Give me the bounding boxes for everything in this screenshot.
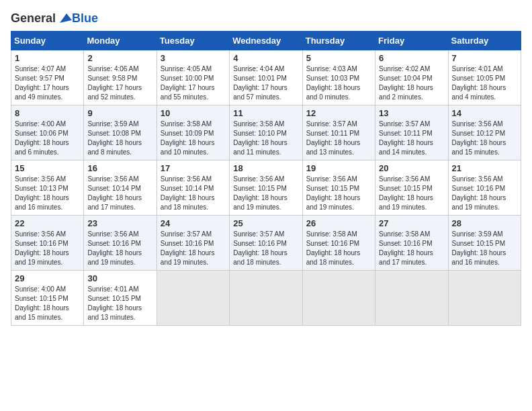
day-info: Sunrise: 3:59 AMSunset: 10:15 PMDaylight… <box>452 230 517 267</box>
day-number: 7 <box>452 53 517 63</box>
calendar-cell: 30Sunrise: 4:01 AMSunset: 10:15 PMDaylig… <box>84 271 157 326</box>
day-info: Sunrise: 3:56 AMSunset: 10:12 PMDaylight… <box>452 120 517 157</box>
day-number: 24 <box>161 218 226 228</box>
weekday-header-saturday: Saturday <box>448 32 521 50</box>
day-number: 16 <box>87 163 152 173</box>
calendar-cell <box>230 271 302 326</box>
day-number: 18 <box>233 163 298 173</box>
day-number: 4 <box>233 53 298 63</box>
day-info: Sunrise: 3:56 AMSunset: 10:14 PMDaylight… <box>161 175 226 212</box>
calendar-cell <box>302 271 375 326</box>
weekday-header-wednesday: Wednesday <box>230 32 302 50</box>
calendar-cell: 10Sunrise: 3:58 AMSunset: 10:09 PMDaylig… <box>157 105 229 161</box>
calendar-cell: 6Sunrise: 4:02 AMSunset: 10:04 PMDayligh… <box>375 50 448 105</box>
calendar-cell: 12Sunrise: 3:57 AMSunset: 10:11 PMDaylig… <box>302 105 375 161</box>
day-info: Sunrise: 3:57 AMSunset: 10:16 PMDaylight… <box>161 230 226 267</box>
logo-icon <box>57 11 72 26</box>
day-number: 2 <box>87 53 152 63</box>
day-number: 14 <box>452 108 517 118</box>
day-info: Sunrise: 4:01 AMSunset: 10:05 PMDaylight… <box>452 64 517 102</box>
day-info: Sunrise: 4:03 AMSunset: 10:03 PMDaylight… <box>306 64 371 102</box>
weekday-header-row: SundayMondayTuesdayWednesdayThursdayFrid… <box>11 32 521 50</box>
day-number: 30 <box>87 273 152 283</box>
day-number: 21 <box>452 163 517 173</box>
calendar: SundayMondayTuesdayWednesdayThursdayFrid… <box>11 31 521 326</box>
day-info: Sunrise: 3:58 AMSunset: 10:16 PMDaylight… <box>306 230 371 267</box>
day-info: Sunrise: 3:56 AMSunset: 10:13 PMDaylight… <box>15 175 80 212</box>
day-info: Sunrise: 3:56 AMSunset: 10:15 PMDaylight… <box>306 175 371 212</box>
day-info: Sunrise: 3:56 AMSunset: 10:16 PMDaylight… <box>15 230 80 267</box>
svg-marker-0 <box>60 13 72 23</box>
day-info: Sunrise: 3:56 AMSunset: 10:16 PMDaylight… <box>452 175 517 212</box>
day-info: Sunrise: 4:07 AMSunset: 9:57 PMDaylight:… <box>15 64 80 102</box>
calendar-cell: 9Sunrise: 3:59 AMSunset: 10:08 PMDayligh… <box>84 105 157 161</box>
calendar-cell: 4Sunrise: 4:04 AMSunset: 10:01 PMDayligh… <box>230 50 302 105</box>
day-info: Sunrise: 4:06 AMSunset: 9:58 PMDaylight:… <box>87 64 152 102</box>
day-number: 13 <box>379 108 444 118</box>
day-number: 5 <box>306 53 371 63</box>
day-number: 19 <box>306 163 371 173</box>
week-row-3: 15Sunrise: 3:56 AMSunset: 10:13 PMDaylig… <box>11 161 521 216</box>
weekday-header-friday: Friday <box>375 32 448 50</box>
day-info: Sunrise: 3:56 AMSunset: 10:15 PMDaylight… <box>379 175 444 212</box>
day-number: 10 <box>161 108 226 118</box>
day-number: 12 <box>306 108 371 118</box>
week-row-2: 8Sunrise: 4:00 AMSunset: 10:06 PMDayligh… <box>11 105 521 161</box>
day-info: Sunrise: 4:02 AMSunset: 10:04 PMDaylight… <box>379 64 444 102</box>
calendar-cell: 26Sunrise: 3:58 AMSunset: 10:16 PMDaylig… <box>302 216 375 271</box>
day-number: 8 <box>15 108 80 118</box>
header: General Blue <box>11 11 521 26</box>
calendar-cell: 29Sunrise: 4:00 AMSunset: 10:15 PMDaylig… <box>11 271 84 326</box>
calendar-cell: 28Sunrise: 3:59 AMSunset: 10:15 PMDaylig… <box>448 216 521 271</box>
calendar-cell: 3Sunrise: 4:05 AMSunset: 10:00 PMDayligh… <box>157 50 229 105</box>
day-number: 15 <box>15 163 80 173</box>
calendar-cell <box>448 271 521 326</box>
day-info: Sunrise: 3:56 AMSunset: 10:15 PMDaylight… <box>233 175 298 212</box>
calendar-cell: 22Sunrise: 3:56 AMSunset: 10:16 PMDaylig… <box>11 216 84 271</box>
calendar-cell: 25Sunrise: 3:57 AMSunset: 10:16 PMDaylig… <box>230 216 302 271</box>
weekday-header-monday: Monday <box>84 32 157 50</box>
day-number: 11 <box>233 108 298 118</box>
day-number: 25 <box>233 218 298 228</box>
calendar-cell: 18Sunrise: 3:56 AMSunset: 10:15 PMDaylig… <box>230 161 302 216</box>
calendar-cell: 11Sunrise: 3:58 AMSunset: 10:10 PMDaylig… <box>230 105 302 161</box>
weekday-header-tuesday: Tuesday <box>157 32 229 50</box>
calendar-cell: 7Sunrise: 4:01 AMSunset: 10:05 PMDayligh… <box>448 50 521 105</box>
day-info: Sunrise: 3:57 AMSunset: 10:11 PMDaylight… <box>306 120 371 157</box>
week-row-5: 29Sunrise: 4:00 AMSunset: 10:15 PMDaylig… <box>11 271 521 326</box>
day-info: Sunrise: 3:59 AMSunset: 10:08 PMDaylight… <box>87 120 152 157</box>
calendar-cell: 24Sunrise: 3:57 AMSunset: 10:16 PMDaylig… <box>157 216 229 271</box>
day-number: 22 <box>15 218 80 228</box>
day-number: 23 <box>87 218 152 228</box>
day-info: Sunrise: 3:57 AMSunset: 10:16 PMDaylight… <box>233 230 298 267</box>
calendar-cell <box>375 271 448 326</box>
calendar-cell: 27Sunrise: 3:58 AMSunset: 10:16 PMDaylig… <box>375 216 448 271</box>
calendar-cell: 19Sunrise: 3:56 AMSunset: 10:15 PMDaylig… <box>302 161 375 216</box>
calendar-cell: 15Sunrise: 3:56 AMSunset: 10:13 PMDaylig… <box>11 161 84 216</box>
calendar-cell: 8Sunrise: 4:00 AMSunset: 10:06 PMDayligh… <box>11 105 84 161</box>
calendar-cell: 17Sunrise: 3:56 AMSunset: 10:14 PMDaylig… <box>157 161 229 216</box>
day-info: Sunrise: 4:01 AMSunset: 10:15 PMDaylight… <box>87 285 152 322</box>
day-info: Sunrise: 3:58 AMSunset: 10:10 PMDaylight… <box>233 120 298 157</box>
logo-general: General <box>11 11 56 26</box>
logo: General Blue <box>11 11 98 26</box>
day-info: Sunrise: 4:00 AMSunset: 10:06 PMDaylight… <box>15 120 80 157</box>
calendar-cell: 21Sunrise: 3:56 AMSunset: 10:16 PMDaylig… <box>448 161 521 216</box>
day-number: 27 <box>379 218 444 228</box>
day-number: 17 <box>161 163 226 173</box>
calendar-cell: 2Sunrise: 4:06 AMSunset: 9:58 PMDaylight… <box>84 50 157 105</box>
day-info: Sunrise: 3:58 AMSunset: 10:09 PMDaylight… <box>161 120 226 157</box>
week-row-4: 22Sunrise: 3:56 AMSunset: 10:16 PMDaylig… <box>11 216 521 271</box>
weekday-header-sunday: Sunday <box>11 32 84 50</box>
day-number: 28 <box>452 218 517 228</box>
day-info: Sunrise: 3:56 AMSunset: 10:14 PMDaylight… <box>87 175 152 212</box>
day-info: Sunrise: 3:58 AMSunset: 10:16 PMDaylight… <box>379 230 444 267</box>
day-info: Sunrise: 3:56 AMSunset: 10:16 PMDaylight… <box>87 230 152 267</box>
calendar-cell: 1Sunrise: 4:07 AMSunset: 9:57 PMDaylight… <box>11 50 84 105</box>
day-number: 20 <box>379 163 444 173</box>
calendar-cell: 14Sunrise: 3:56 AMSunset: 10:12 PMDaylig… <box>448 105 521 161</box>
logo-blue: Blue <box>72 11 98 26</box>
calendar-cell: 23Sunrise: 3:56 AMSunset: 10:16 PMDaylig… <box>84 216 157 271</box>
day-number: 29 <box>15 273 80 283</box>
day-number: 3 <box>161 53 226 63</box>
